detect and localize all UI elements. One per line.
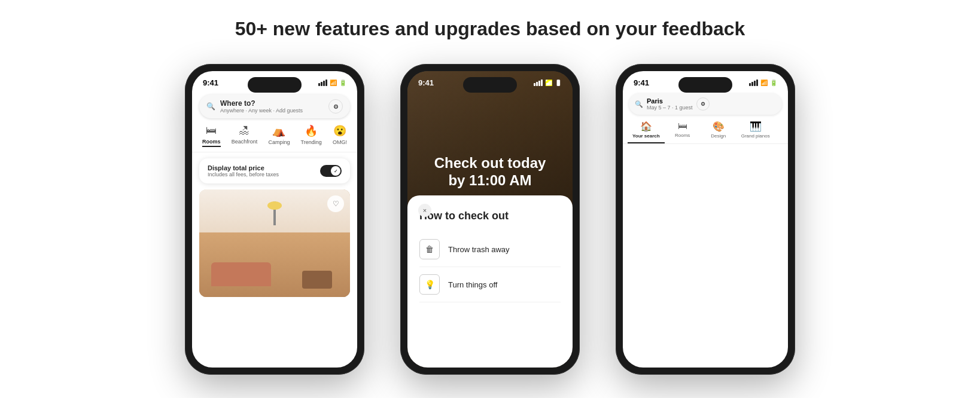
phones-container: 9:41 📶 🔋 🔍 Where to? Anywhere · A (185, 64, 795, 375)
category-rooms[interactable]: 🛏 Rooms (202, 124, 221, 147)
search-bar-3[interactable]: 🔍 Paris May 5 – 7 · 1 guest ⚙ (629, 93, 782, 115)
status-icons-1: 📶 🔋 (318, 79, 346, 86)
rooms-icon-3: 🛏 (678, 121, 687, 131)
category-camping[interactable]: ⛺ Camping (268, 124, 290, 147)
rooms-icon: 🛏 (206, 124, 217, 137)
design-label: Design (711, 133, 726, 139)
signal-icon-2 (534, 79, 543, 86)
grand-pianos-label: Grand pianos (741, 133, 770, 139)
tab-grand-pianos[interactable]: 🎹 Grand pianos (736, 118, 775, 143)
dynamic-island-2 (463, 77, 517, 93)
checkout-item-trash: 🗑 Throw trash away (419, 232, 561, 267)
page-headline: 50+ new features and upgrades based on y… (235, 18, 745, 40)
turnoff-label: Turn things off (448, 280, 497, 289)
listing-preview[interactable]: ♡ (199, 189, 350, 297)
checkout-title: Check out today (419, 155, 561, 172)
piano-icon: 🎹 (750, 121, 762, 132)
design-icon: 🎨 (713, 121, 725, 132)
status-icons-2: 📶 🔋 (534, 79, 562, 86)
filter-button-3[interactable]: ⚙ (696, 97, 710, 111)
turnoff-icon: 💡 (419, 274, 440, 295)
toggle-knob: ✓ (331, 166, 340, 176)
trash-icon: 🗑 (419, 239, 440, 259)
your-search-label: Your search (632, 133, 660, 139)
search-dates: May 5 – 7 · 1 guest (647, 105, 693, 111)
checkout-item-turnoff: 💡 Turn things off (419, 267, 561, 302)
time-1: 9:41 (203, 78, 218, 87)
phone-search: 9:41 📶 🔋 🔍 Where to? Anywhere · A (185, 64, 364, 375)
category-trending[interactable]: 🔥 Trending (301, 124, 322, 147)
favorite-button[interactable]: ♡ (327, 195, 344, 212)
phone2-screen: 9:41 📶 🔋 Check out today by 11:00 AM (407, 71, 573, 368)
wifi-icon: 📶 (330, 79, 337, 86)
dynamic-island-1 (248, 77, 302, 93)
omg-icon: 😮 (333, 124, 346, 137)
room-sofa (211, 262, 271, 286)
phone3-screen: 9:41 📶 🔋 🔍 Paris May 5 – 7 · 1 gu (623, 71, 788, 368)
beachfront-label: Beachfront (232, 139, 258, 145)
phone1-screen: 9:41 📶 🔋 🔍 Where to? Anywhere · A (192, 71, 357, 368)
status-icons-3: 📶 🔋 (749, 79, 777, 86)
checkout-subtitle: by 11:00 AM (419, 172, 561, 189)
rooms-label: Rooms (202, 139, 221, 145)
search-main-label: Where to? (220, 99, 324, 108)
phone-checkout: 9:41 📶 🔋 Check out today by 11:00 AM (400, 64, 580, 375)
tab-rooms[interactable]: 🛏 Rooms (665, 118, 701, 143)
categories-bar-3: 🏠 Your search 🛏 Rooms 🎨 Design 🎹 Grand p… (623, 118, 788, 144)
trash-label: Throw trash away (448, 245, 510, 254)
search-sub-label: Anywhere · Any week · Add guests (220, 108, 324, 114)
omg-label: OMG! (333, 139, 347, 145)
trending-icon: 🔥 (305, 124, 318, 137)
phone-map: 9:41 📶 🔋 🔍 Paris May 5 – 7 · 1 gu (616, 64, 795, 375)
search-bar-1[interactable]: 🔍 Where to? Anywhere · Any week · Add gu… (199, 94, 350, 118)
battery-icon-3: 🔋 (770, 79, 777, 86)
search-location: Paris (647, 97, 693, 105)
battery-icon: 🔋 (339, 79, 346, 86)
categories-bar: 🛏 Rooms 🏖 Beachfront ⛺ Camping 🔥 Trendin… (192, 124, 357, 152)
camping-icon: ⛺ (272, 124, 285, 137)
trending-label: Trending (301, 139, 322, 145)
room-table (302, 271, 332, 289)
category-beachfront[interactable]: 🏖 Beachfront (232, 124, 258, 147)
camping-label: Camping (268, 139, 290, 145)
tab-your-search[interactable]: 🏠 Your search (628, 118, 665, 143)
room-lamp (273, 201, 276, 225)
price-title: Display total price (208, 164, 279, 172)
checkout-sheet: × How to check out 🗑 Throw trash away 💡 … (407, 195, 573, 368)
price-subtitle: Includes all fees, before taxes (208, 172, 279, 177)
wifi-icon-2: 📶 (545, 79, 552, 86)
filter-button[interactable]: ⚙ (328, 99, 343, 114)
display-price-card: Display total price Includes all fees, b… (199, 158, 350, 183)
signal-icon-3 (749, 79, 758, 86)
beachfront-icon: 🏖 (239, 124, 249, 137)
price-toggle[interactable]: ✓ (320, 165, 342, 177)
your-search-icon: 🏠 (640, 121, 652, 132)
category-omg[interactable]: 😮 OMG! (333, 124, 347, 147)
search-icon-3: 🔍 (635, 100, 643, 108)
checkout-text: Check out today by 11:00 AM (407, 155, 573, 189)
dynamic-island-3 (678, 77, 732, 93)
battery-icon-2: 🔋 (555, 79, 562, 86)
rooms-label-3: Rooms (675, 133, 690, 138)
search-icon: 🔍 (206, 102, 215, 111)
time-3: 9:41 (634, 78, 649, 87)
time-2: 9:41 (418, 78, 434, 87)
sheet-title: How to check out (419, 210, 561, 222)
tab-design[interactable]: 🎨 Design (701, 118, 736, 143)
wifi-icon-3: 📶 (760, 79, 768, 86)
signal-icon (318, 79, 327, 86)
